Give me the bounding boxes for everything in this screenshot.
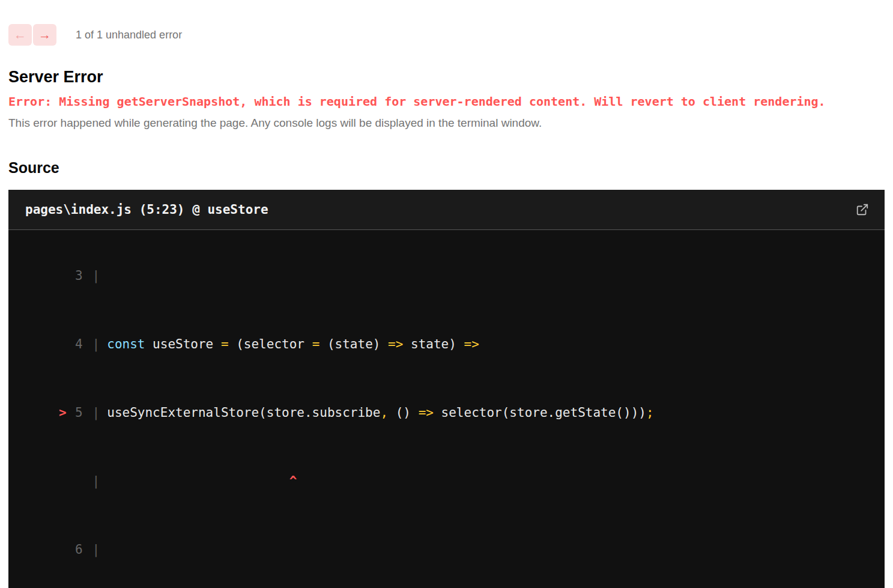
gutter-bar: | xyxy=(92,264,100,287)
gutter-bar: | xyxy=(92,333,100,356)
code-token: () xyxy=(388,405,419,420)
code-token: ^ xyxy=(107,474,297,488)
next-error-button[interactable]: → xyxy=(33,24,56,46)
external-link-icon[interactable] xyxy=(856,203,869,216)
error-description: This error happened while generating the… xyxy=(8,117,885,130)
code-token: state) xyxy=(403,337,464,351)
gutter-bar: | xyxy=(92,538,100,561)
code-line: 4|const useStore = (selector = (state) =… xyxy=(8,310,885,378)
error-message: Error: Missing getServerSnapshot, which … xyxy=(8,94,885,109)
line-number: 6 xyxy=(67,538,83,561)
error-nav-buttons: ← → xyxy=(8,24,56,46)
code-token: (state) xyxy=(319,337,388,351)
code-token: useSyncExternalStore(store.subscribe xyxy=(107,405,380,420)
page-title: Server Error xyxy=(8,68,885,86)
gutter-bar: | xyxy=(92,470,100,493)
code-token: const xyxy=(107,337,145,351)
code-token: => xyxy=(388,337,403,351)
code-line: | ^ xyxy=(8,447,885,515)
line-number: 3 xyxy=(67,264,83,287)
source-code-frame: pages\index.js (5:23) @ useStore 3| 4|co… xyxy=(8,190,885,588)
error-overlay: ← → 1 of 1 unhandled error Server Error … xyxy=(0,0,893,588)
code-line-text: useSyncExternalStore(store.subscribe, ()… xyxy=(107,405,653,420)
code-line: 3| xyxy=(8,241,885,310)
error-pagination: ← → 1 of 1 unhandled error xyxy=(8,24,885,46)
code-token: useStore xyxy=(145,337,220,351)
code-token: = xyxy=(221,337,229,351)
code-token: = xyxy=(312,337,320,351)
code-token: => xyxy=(464,337,479,351)
code-line-text: ^ xyxy=(107,474,297,488)
code-line: 7|const DisplayValue = ({ item }) => { xyxy=(8,584,885,588)
code-token: , xyxy=(380,405,388,420)
source-file-label: pages\index.js (5:23) @ useStore xyxy=(25,202,268,217)
code-body: 3| 4|const useStore = (selector = (state… xyxy=(8,230,885,588)
gutter-bar: | xyxy=(92,401,100,424)
code-line: 6| xyxy=(8,515,885,584)
code-line-text: const useStore = (selector = (state) => … xyxy=(107,337,479,351)
source-file-header[interactable]: pages\index.js (5:23) @ useStore xyxy=(8,190,885,230)
code-token: ; xyxy=(646,405,654,420)
source-section-heading: Source xyxy=(8,159,885,177)
line-number: 5 xyxy=(67,401,83,424)
previous-error-button[interactable]: ← xyxy=(8,24,32,46)
code-token: selector(store.getState())) xyxy=(434,405,646,420)
error-line-marker: > xyxy=(39,401,67,424)
code-line: >5|useSyncExternalStore(store.subscribe,… xyxy=(8,378,885,447)
error-count-label: 1 of 1 unhandled error xyxy=(76,29,182,41)
code-token: (selector xyxy=(229,337,312,351)
code-token: => xyxy=(419,405,434,420)
line-number: 4 xyxy=(67,333,83,356)
